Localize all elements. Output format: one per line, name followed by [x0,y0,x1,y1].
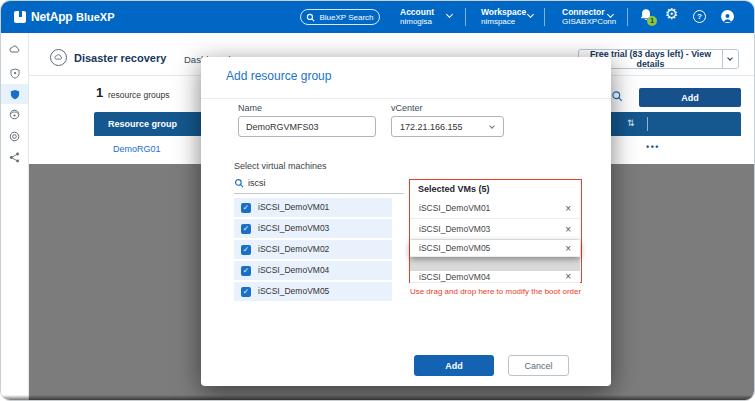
target-icon [9,131,20,142]
remove-vm-icon[interactable]: × [565,243,571,254]
shield-heart-icon [10,68,20,79]
drop-placeholder [410,257,580,271]
sidebar-item-health[interactable] [1,63,28,83]
resource-group-link[interactable]: DemoRG01 [113,144,161,154]
selected-vm-name: iSCSI_DemoVM04 [419,272,490,282]
bluexp-search-button[interactable]: BlueXP Search [300,9,380,25]
name-input[interactable] [238,116,376,137]
connector-value: GISABXPConn [562,17,616,27]
remove-vm-icon[interactable]: × [565,203,571,214]
netapp-logo-icon [14,11,26,23]
column-resource-group[interactable]: Resource group [108,119,177,129]
sidebar-item-governance[interactable] [1,126,28,146]
window-bottom-shadow [1,395,754,400]
share-nodes-icon [9,152,20,163]
sidebar-item-extensions[interactable] [1,147,28,167]
selected-vm-name: iSCSI_DemoVM01 [419,203,490,213]
modal-title: Add resource group [226,69,331,83]
vm-list-item[interactable]: iSCSI_DemoVM02 [234,240,392,259]
shield-icon [10,89,20,100]
page-title: Disaster recovery [74,52,166,64]
add-resource-group-modal: Add resource group Name vCenter 172.21.1… [201,57,611,386]
modal-cancel-button[interactable]: Cancel [508,355,569,376]
vm-list-item[interactable]: iSCSI_DemoVM04 [234,261,392,280]
resource-group-count: 1 [96,85,103,100]
user-avatar-icon[interactable] [721,10,734,23]
checkbox-checked-icon[interactable] [241,266,251,276]
remove-vm-icon[interactable]: × [565,224,571,235]
checkbox-checked-icon[interactable] [241,203,251,213]
vm-search-input[interactable] [248,175,388,190]
account-label: Account [400,7,434,17]
brand-name: NetApp [31,10,72,24]
vm-name: iSCSI_DemoVM01 [258,198,329,217]
selected-vm-row[interactable]: iSCSI_DemoVM04 × [410,271,580,283]
top-header: NetApp BlueXP BlueXP Search Account nimo… [1,1,754,33]
vcenter-field-label: vCenter [391,103,423,113]
sidebar-item-protection-active[interactable] [1,84,28,104]
resource-group-count-label: resource groups [108,90,169,100]
chevron-down-icon [727,55,733,61]
checkbox-checked-icon[interactable] [241,224,251,234]
settings-gear-icon[interactable] [665,5,678,23]
selected-vm-name: iSCSI_DemoVM05 [419,243,490,253]
workspace-menu[interactable]: Workspace nimspace [481,7,526,27]
globe-icon [9,109,20,120]
column-divider [647,117,648,131]
checkbox-checked-icon[interactable] [241,287,251,297]
search-button-label: BlueXP Search [319,13,373,22]
select-vms-label: Select virtual machines [234,161,327,171]
vm-list-item[interactable]: iSCSI_DemoVM05 [234,282,392,301]
disaster-recovery-icon [50,49,67,66]
product-name: BlueXP [76,11,115,23]
workspace-label: Workspace [481,7,526,17]
sidebar-item-storage[interactable] [1,39,28,59]
selected-vm-name: iSCSI_DemoVM03 [419,224,490,234]
vm-name: iSCSI_DemoVM05 [258,282,329,301]
trial-dropdown-toggle[interactable] [722,50,738,68]
chevron-down-icon [527,11,534,18]
row-actions-menu-icon[interactable]: ••• [646,142,660,152]
modal-add-button[interactable]: Add [414,355,494,376]
modal-title-divider [201,98,611,99]
header-divider [544,8,545,26]
chevron-down-icon [489,123,495,129]
workspace-value: nimspace [481,17,526,27]
sort-icon[interactable]: ⇅ [627,118,635,128]
remove-vm-icon[interactable]: × [565,271,571,282]
vm-list-item[interactable]: iSCSI_DemoVM03 [234,219,392,238]
checkbox-checked-icon[interactable] [241,245,251,255]
vcenter-selected-value: 172.21.166.155 [400,122,463,132]
vm-name: iSCSI_DemoVM02 [258,240,329,259]
table-search-icon[interactable] [611,90,623,102]
app-window: NetApp BlueXP BlueXP Search Account nimo… [0,0,755,401]
selected-vms-panel: Selected VMs (5) iSCSI_DemoVM01 × iSCSI_… [409,179,582,283]
header-divider [465,8,466,26]
vcenter-select[interactable]: 172.21.166.155 [391,116,504,137]
notification-badge: 1 [647,16,657,26]
sidebar-item-mobility[interactable] [1,104,28,124]
selected-vms-title: Selected VMs (5) [418,184,490,194]
vm-name: iSCSI_DemoVM03 [258,219,329,238]
vm-list-item[interactable]: iSCSI_DemoVM01 [234,198,392,217]
drag-drop-hint: Use drag and drop here to modify the boo… [404,287,587,297]
vm-name: iSCSI_DemoVM04 [258,261,329,280]
connector-menu[interactable]: Connector GISABXPConn [562,7,616,27]
header-divider [627,8,628,26]
selected-vm-row[interactable]: iSCSI_DemoVM03 × [410,219,580,240]
left-sidebar [1,33,29,400]
help-icon[interactable] [693,10,706,23]
background-add-button[interactable]: Add [639,88,741,107]
cloud-icon [9,44,20,55]
account-value: nimogisa [400,17,434,27]
vm-search-icon [234,178,244,188]
selected-vm-row[interactable]: iSCSI_DemoVM01 × [410,198,580,219]
vm-search-underline [234,193,404,194]
search-icon [306,13,315,22]
selected-vm-row-dragging[interactable]: iSCSI_DemoVM05 × [410,240,580,257]
account-menu[interactable]: Account nimogisa [400,7,434,27]
chevron-down-icon [446,11,453,18]
name-field-label: Name [238,103,262,113]
